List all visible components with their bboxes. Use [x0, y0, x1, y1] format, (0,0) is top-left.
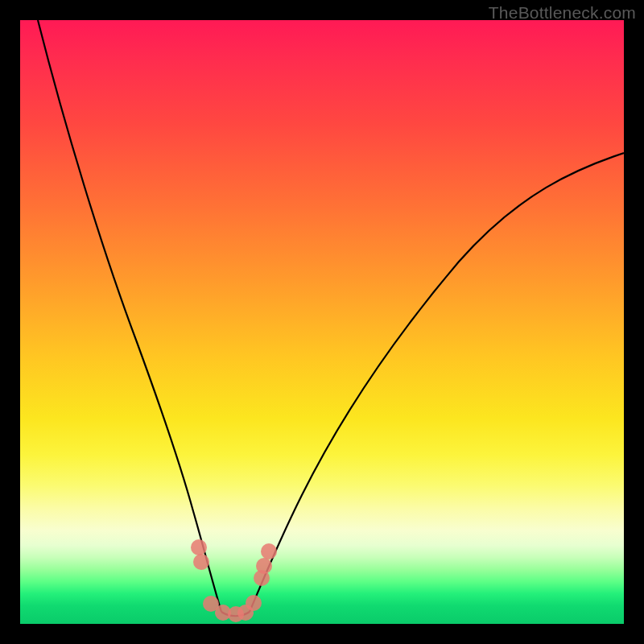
curve-right-branch — [250, 153, 624, 612]
marker-dot — [191, 539, 207, 555]
marker-dot — [193, 554, 209, 570]
curve-left-branch — [38, 20, 221, 612]
plot-area — [20, 20, 624, 624]
marker-group — [191, 539, 277, 622]
marker-dot — [261, 543, 277, 559]
curve-layer — [20, 20, 624, 624]
watermark-text: TheBottleneck.com — [489, 3, 636, 23]
chart-frame: TheBottleneck.com — [0, 0, 644, 644]
marker-dot — [256, 558, 272, 574]
marker-dot — [246, 595, 262, 611]
